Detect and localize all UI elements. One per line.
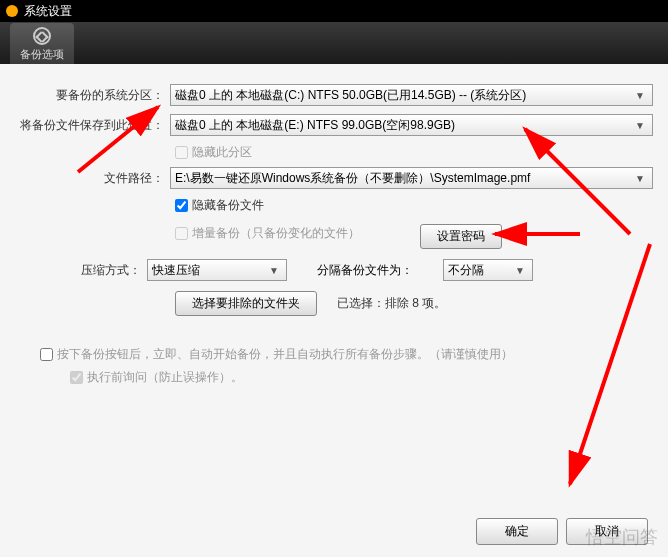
tab-bar: 备份选项: [0, 22, 668, 64]
window-title: 系统设置: [24, 3, 72, 20]
incremental-checkbox: [175, 227, 188, 240]
partition-label: 要备份的系统分区：: [15, 87, 170, 104]
hide-backup-file-row[interactable]: 隐藏备份文件: [175, 197, 653, 214]
main-panel: 要备份的系统分区： 磁盘0 上的 本地磁盘(C:) NTFS 50.0GB(已用…: [0, 64, 668, 557]
hide-backup-file-checkbox[interactable]: [175, 199, 188, 212]
chevron-down-icon: ▼: [266, 265, 282, 276]
hide-backup-file-label[interactable]: 隐藏备份文件: [192, 197, 264, 214]
dialog-buttons: 确定 取消: [476, 518, 648, 545]
incremental-row: 增量备份（只备份变化的文件）: [175, 225, 360, 242]
chevron-down-icon: ▼: [632, 120, 648, 131]
split-combo[interactable]: 不分隔 ▼: [443, 259, 533, 281]
save-location-combo[interactable]: 磁盘0 上的 本地磁盘(E:) NTFS 99.0GB(空闲98.9GB) ▼: [170, 114, 653, 136]
incremental-label: 增量备份（只备份变化的文件）: [192, 225, 360, 242]
auto-backup-row[interactable]: 按下备份按钮后，立即、自动开始备份，并且自动执行所有备份步骤。（请谨慎使用）: [40, 346, 653, 363]
hide-partition-label: 隐藏此分区: [192, 144, 252, 161]
partition-value: 磁盘0 上的 本地磁盘(C:) NTFS 50.0GB(已用14.5GB) --…: [175, 87, 632, 104]
exclude-folders-button[interactable]: 选择要排除的文件夹: [175, 291, 317, 316]
hide-partition-row: 隐藏此分区: [175, 144, 653, 161]
save-location-label: 将备份文件保存到此位置：: [15, 117, 170, 134]
path-value: E:\易数一键还原Windows系统备份（不要删除）\SystemImage.p…: [175, 170, 632, 187]
compress-label: 压缩方式：: [15, 262, 147, 279]
tab-backup-options[interactable]: 备份选项: [10, 23, 74, 64]
backup-icon: [33, 27, 51, 45]
path-combo[interactable]: E:\易数一键还原Windows系统备份（不要删除）\SystemImage.p…: [170, 167, 653, 189]
app-icon: [6, 5, 18, 17]
compress-value: 快速压缩: [152, 262, 266, 279]
auto-backup-checkbox[interactable]: [40, 348, 53, 361]
chevron-down-icon: ▼: [512, 265, 528, 276]
auto-backup-label[interactable]: 按下备份按钮后，立即、自动开始备份，并且自动执行所有备份步骤。（请谨慎使用）: [57, 346, 513, 363]
compress-combo[interactable]: 快速压缩 ▼: [147, 259, 287, 281]
chevron-down-icon: ▼: [632, 90, 648, 101]
titlebar: 系统设置: [0, 0, 668, 22]
excluded-count: 已选择：排除 8 项。: [337, 295, 446, 312]
split-value: 不分隔: [448, 262, 512, 279]
split-label: 分隔备份文件为：: [317, 262, 413, 279]
set-password-button[interactable]: 设置密码: [420, 224, 502, 249]
ok-button[interactable]: 确定: [476, 518, 558, 545]
save-location-value: 磁盘0 上的 本地磁盘(E:) NTFS 99.0GB(空闲98.9GB): [175, 117, 632, 134]
tab-label: 备份选项: [20, 47, 64, 62]
partition-combo[interactable]: 磁盘0 上的 本地磁盘(C:) NTFS 50.0GB(已用14.5GB) --…: [170, 84, 653, 106]
ask-before-checkbox: [70, 371, 83, 384]
ask-before-row: 执行前询问（防止误操作）。: [70, 369, 653, 386]
path-label: 文件路径：: [15, 170, 170, 187]
cancel-button[interactable]: 取消: [566, 518, 648, 545]
ask-before-label: 执行前询问（防止误操作）。: [87, 369, 243, 386]
chevron-down-icon: ▼: [632, 173, 648, 184]
hide-partition-checkbox: [175, 146, 188, 159]
